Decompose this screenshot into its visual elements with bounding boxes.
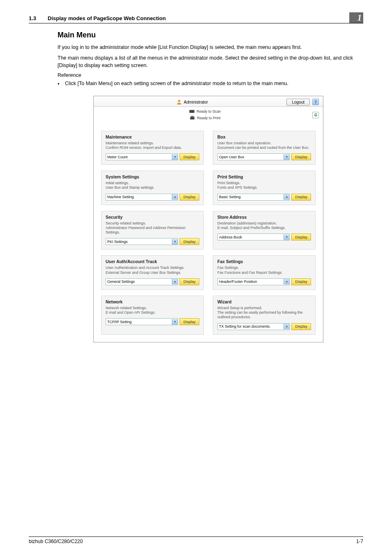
card-title: Network <box>106 299 199 304</box>
card-description: Network related Settings.E-mail and Open… <box>106 306 199 315</box>
card-title: Store Address <box>217 215 311 220</box>
chevron-down-icon: ▾ <box>284 324 289 329</box>
refresh-button[interactable] <box>312 112 319 118</box>
card-network: NetworkNetwork related Settings.E-mail a… <box>101 296 204 335</box>
card-title: Security <box>106 215 199 220</box>
card-user-auth-account-track: User Auth/Account TrackUser Authenticati… <box>101 255 204 290</box>
card-select[interactable]: Address Book▾ <box>217 234 290 240</box>
display-button[interactable]: Display <box>291 194 311 201</box>
chevron-down-icon: ▾ <box>172 154 178 160</box>
display-button[interactable]: Display <box>291 234 311 240</box>
chapter-badge: 1 <box>349 12 363 23</box>
reference-label: Reference <box>58 72 359 78</box>
display-button[interactable]: Display <box>291 153 311 160</box>
card-select-label: Machine Setting <box>107 195 134 199</box>
card-select[interactable]: TCP/IP Setting▾ <box>106 318 178 325</box>
card-select-label: Address Book <box>219 235 242 239</box>
card-store-address: Store AddressDestination (addresses) reg… <box>213 211 316 250</box>
administrator-label: Administrator <box>184 100 208 104</box>
card-maintenance: MaintenanceMaintenance related settings.… <box>101 131 204 165</box>
card-security: SecuritySecurity related settings.Admini… <box>101 211 204 250</box>
chevron-down-icon: ▾ <box>172 319 178 325</box>
card-select-label: Meter Count <box>107 155 128 159</box>
card-title: Print Setting <box>217 174 311 179</box>
card-description: User Authentication and Account Track Se… <box>106 266 199 275</box>
card-description: Maintenance related settings.Confirm ROM… <box>106 141 199 150</box>
display-button[interactable]: Display <box>180 238 199 245</box>
card-select[interactable]: Meter Count▾ <box>106 153 178 160</box>
card-select[interactable]: Basic Setting▾ <box>217 194 290 201</box>
card-select[interactable]: General Settings▾ <box>106 278 178 285</box>
card-title: Box <box>217 134 311 139</box>
card-select[interactable]: TX Setting for scan documents.▾ <box>217 323 290 330</box>
chevron-down-icon: ▾ <box>284 234 289 240</box>
card-system-settings: System SettingsInitial settings.User Box… <box>101 171 204 205</box>
display-button[interactable]: Display <box>180 318 199 325</box>
card-select-label: Open User Box <box>219 155 244 159</box>
chevron-down-icon: ▾ <box>284 154 289 160</box>
footer-page: 1-7 <box>356 539 363 544</box>
card-select-label: Header/Footer Position <box>219 280 257 284</box>
card-description: Destination (addresses) registration.E-m… <box>217 221 311 231</box>
card-wizard: WizardWizard Setup is performed.The sett… <box>213 296 316 335</box>
card-fax-settings: Fax SettingsFax Settings.Fax Functions a… <box>213 255 316 290</box>
display-button[interactable]: Display <box>291 278 311 285</box>
admin-icon <box>176 99 182 105</box>
card-select-label: Basic Setting <box>219 195 241 199</box>
card-select[interactable]: Open User Box▾ <box>217 153 290 160</box>
scanner-icon <box>189 109 195 114</box>
paragraph-2: The main menu displays a list of all the… <box>58 54 359 69</box>
chevron-down-icon: ▾ <box>284 279 289 284</box>
card-print-setting: Print SettingPrint Settings.Fonts and XP… <box>213 171 316 205</box>
svg-point-0 <box>178 100 180 102</box>
card-box: BoxUser Box creation and operation.Docum… <box>213 131 316 165</box>
card-select[interactable]: Header/Footer Position▾ <box>217 278 290 285</box>
card-select-label: TX Setting for scan documents. <box>219 324 271 328</box>
card-description: Initial settings.User Box and Stamp sett… <box>106 181 199 190</box>
card-select-label: General Settings <box>107 280 135 284</box>
card-description: Fax Settings.Fax Functions and Fax Repor… <box>217 266 311 275</box>
card-select-label: TCP/IP Setting <box>107 320 131 324</box>
card-title: Wizard <box>217 299 311 304</box>
card-description: User Box creation and operation.Document… <box>217 141 311 150</box>
card-description: Wizard Setup is performed.The setting ca… <box>217 306 311 320</box>
section-number: 1.3 <box>29 15 36 21</box>
logout-button[interactable]: Logout <box>286 99 310 106</box>
svg-rect-1 <box>189 110 194 113</box>
chevron-down-icon: ▾ <box>284 194 289 200</box>
card-select-label: PKI Settings <box>107 240 128 244</box>
reference-bullet: Click [To Main Menu] on each setting scr… <box>58 80 359 87</box>
section-title: Display modes of PageScope Web Connectio… <box>48 15 349 21</box>
footer-model: bizhub C360/C280/C220 <box>29 539 83 544</box>
paragraph-1: If you log in to the administrator mode … <box>58 44 359 51</box>
card-title: System Settings <box>106 174 199 179</box>
status-print: Ready to Print <box>197 116 220 120</box>
screenshot-panel: Administrator Logout ? Ready to Scan Rea… <box>93 96 323 342</box>
display-button[interactable]: Display <box>180 153 199 160</box>
card-description: Print Settings.Fonts and XPS Settings. <box>217 181 311 190</box>
chevron-down-icon: ▾ <box>172 194 178 200</box>
card-description: Security related settings.Administrator … <box>106 221 199 235</box>
chapter-number: 1 <box>357 13 362 23</box>
display-button[interactable]: Display <box>291 323 311 330</box>
chevron-down-icon: ▾ <box>172 279 178 284</box>
svg-rect-2 <box>190 117 195 119</box>
status-scan: Ready to Scan <box>196 109 221 113</box>
card-title: Fax Settings <box>217 259 311 264</box>
card-select[interactable]: Machine Setting▾ <box>106 194 178 201</box>
card-title: Maintenance <box>106 134 199 139</box>
card-select[interactable]: PKI Settings▾ <box>106 238 178 245</box>
page-title: Main Menu <box>58 31 359 39</box>
printer-icon <box>189 115 195 121</box>
chevron-down-icon: ▾ <box>172 239 178 245</box>
help-button[interactable]: ? <box>312 99 319 105</box>
card-title: User Auth/Account Track <box>106 259 199 264</box>
svg-rect-3 <box>191 116 194 117</box>
display-button[interactable]: Display <box>180 194 199 201</box>
display-button[interactable]: Display <box>180 278 199 285</box>
